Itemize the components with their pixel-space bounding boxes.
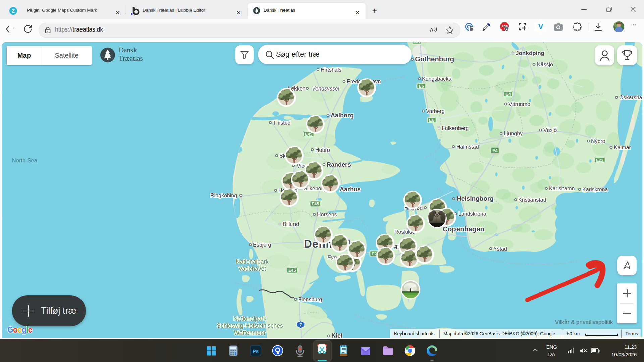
svg-text:Kungsbacka: Kungsbacka [422, 76, 451, 82]
svg-text:Karlshamn: Karlshamn [549, 186, 575, 191]
svg-text:Ystad: Ystad [493, 246, 507, 252]
svg-text:Randers: Randers [327, 161, 351, 168]
svg-text:Helsingborg: Helsingborg [457, 195, 494, 202]
svg-text:E4: E4 [505, 92, 511, 97]
svg-text:Oskarsha: Oskarsha [619, 95, 642, 100]
svg-text:Vadehavet: Vadehavet [238, 265, 266, 272]
svg-text:Kristianstad: Kristianstad [518, 197, 546, 203]
svg-text:Billund: Billund [283, 221, 299, 227]
svg-text:Horsens: Horsens [317, 212, 337, 217]
svg-text:1: 1 [506, 27, 508, 31]
svg-text:Esbjerg: Esbjerg [253, 242, 271, 248]
svg-text:Nationalpark: Nationalpark [236, 258, 269, 265]
svg-text:E22: E22 [596, 158, 603, 163]
svg-text:Värnamo: Värnamo [508, 101, 530, 107]
svg-text:Flensburg: Flensburg [298, 297, 322, 302]
svg-text:Kalmar: Kalmar [614, 145, 631, 150]
svg-text:Z: Z [12, 8, 15, 14]
svg-text:Växjö: Växjö [543, 127, 557, 133]
svg-text:E4: E4 [492, 148, 497, 153]
svg-text:Jönköping: Jönköping [516, 50, 544, 56]
svg-text:Nässjö: Nässjö [537, 62, 553, 67]
svg-text:Landskrona: Landskrona [458, 211, 486, 217]
svg-text:E45: E45 [288, 268, 296, 273]
svg-text:Falkenberg: Falkenberg [442, 125, 469, 131]
svg-text:Hirtshals: Hirtshals [321, 67, 341, 73]
svg-text:North Sea: North Sea [12, 158, 37, 163]
svg-text:Ljungby: Ljungby [504, 131, 523, 136]
svg-text:Kiel: Kiel [331, 332, 342, 338]
svg-text:E6: E6 [429, 118, 434, 123]
svg-text:Wattenmeer: Wattenmeer [234, 329, 266, 336]
svg-text:Schleswig-Holsteinisches: Schleswig-Holsteinisches [217, 322, 283, 329]
svg-text:Halmstad: Halmstad [456, 144, 479, 150]
svg-text:Æ: Æ [394, 244, 399, 250]
svg-text:E45: E45 [312, 202, 319, 206]
svg-text:Aarhus: Aarhus [340, 186, 361, 193]
svg-text:E6: E6 [419, 84, 424, 89]
svg-text:Aalborg: Aalborg [331, 112, 354, 119]
svg-text:Fyn: Fyn [327, 254, 337, 261]
svg-text:Thisted: Thisted [273, 120, 290, 126]
svg-text:Ps: Ps [253, 348, 259, 354]
svg-text:Varberg: Varberg [426, 108, 445, 114]
svg-text:Gothenburg: Gothenburg [415, 55, 454, 63]
svg-text:Vendsyssel: Vendsyssel [312, 86, 339, 92]
svg-text:A: A [430, 27, 434, 34]
svg-text:7: 7 [299, 322, 302, 327]
svg-text:E39: E39 [413, 42, 421, 44]
svg-text:Hobro: Hobro [315, 147, 330, 153]
svg-text:V: V [538, 22, 543, 31]
svg-text:Karlskrona: Karlskrona [582, 187, 608, 192]
svg-text:Nationalpark: Nationalpark [233, 315, 266, 322]
svg-text:Nybro: Nybro [591, 138, 605, 144]
svg-text:Ringkobing: Ringkobing [210, 193, 237, 198]
